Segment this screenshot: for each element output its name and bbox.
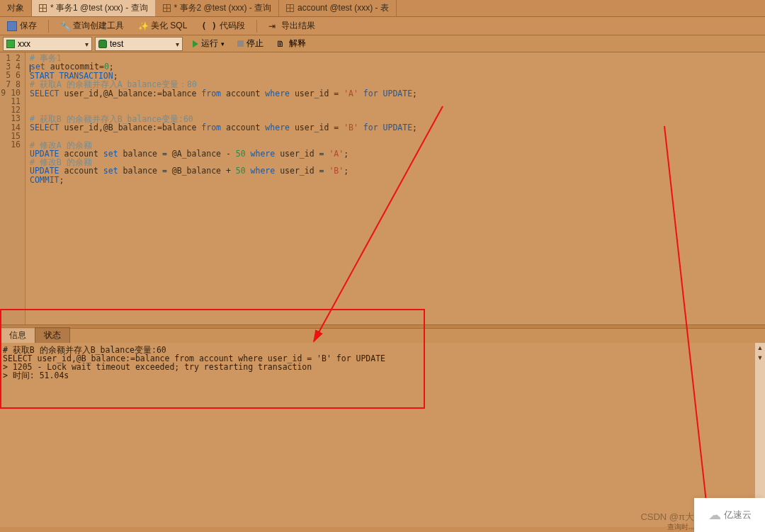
export-label: 导出结果 xyxy=(281,20,315,32)
tab-table-account-label: account @test (xxx) - 表 xyxy=(298,2,389,14)
tab-table-account[interactable]: account @test (xxx) - 表 xyxy=(279,0,397,16)
save-icon xyxy=(7,21,17,31)
separator xyxy=(48,20,49,33)
brand-label: 亿速云 xyxy=(724,509,752,521)
wand-icon xyxy=(138,21,148,31)
explain-button[interactable]: 解释 xyxy=(273,36,309,51)
wrench-icon xyxy=(60,21,70,31)
play-icon xyxy=(193,40,198,47)
export-icon xyxy=(268,21,278,31)
code-area[interactable]: # 事务1set autocommit=0;START TRANSACTION;… xyxy=(26,52,765,324)
run-label: 运行 xyxy=(201,38,218,50)
connection-value: xxx xyxy=(18,39,30,49)
export-result-button[interactable]: 导出结果 xyxy=(266,18,318,33)
query-builder-label: 查询创建工具 xyxy=(73,20,124,32)
tab-objects[interactable]: 对象 xyxy=(0,0,32,16)
code-segment-label: 代码段 xyxy=(220,20,245,32)
tab-query-2-label: * 事务2 @test (xxx) - 查询 xyxy=(174,2,272,14)
connection-row: xxx test 运行 ▾ 停止 解释 xyxy=(0,35,765,52)
line-number-gutter: 1 2 3 4 5 6 7 8 9 10 11 12 13 14 15 16 xyxy=(0,52,26,324)
separator xyxy=(256,20,257,33)
chevron-down-icon xyxy=(85,39,89,49)
stop-label: 停止 xyxy=(246,38,264,50)
tab-status-label: 状态 xyxy=(44,330,61,340)
stop-button[interactable]: 停止 xyxy=(234,36,266,51)
braces-icon: ( ) xyxy=(201,21,217,31)
connection-selector[interactable]: xxx xyxy=(3,37,92,51)
tab-info[interactable]: 信息 xyxy=(0,327,35,343)
run-dropdown-caret[interactable]: ▾ xyxy=(221,40,225,47)
cloud-icon xyxy=(708,507,721,523)
connection-icon xyxy=(6,40,15,48)
query-icon xyxy=(39,4,47,13)
chevron-down-icon xyxy=(176,39,179,49)
database-value: test xyxy=(110,39,123,49)
query-builder-button[interactable]: 查询创建工具 xyxy=(57,18,127,33)
result-tab-bar: 信息 状态 xyxy=(0,329,765,343)
run-button[interactable]: 运行 ▾ xyxy=(190,36,227,51)
beautify-sql-button[interactable]: 美化 SQL xyxy=(135,18,190,33)
explain-icon xyxy=(276,39,286,49)
table-icon xyxy=(286,4,295,13)
scroll-up-icon[interactable]: ▲ xyxy=(755,343,765,353)
message-text[interactable]: # 获取B 的余额并存入B_balance变量:60 SELECT user_i… xyxy=(0,343,765,383)
tab-status[interactable]: 状态 xyxy=(35,327,70,343)
query-icon xyxy=(163,4,171,13)
tab-info-label: 信息 xyxy=(9,330,26,340)
tab-query-1[interactable]: * 事务1 @test (xxx) - 查询 xyxy=(32,0,156,16)
save-button[interactable]: 保存 xyxy=(4,18,40,33)
tab-query-1-label: * 事务1 @test (xxx) - 查询 xyxy=(50,2,148,14)
database-selector[interactable]: test xyxy=(95,37,183,51)
stop-icon xyxy=(237,40,244,47)
beautify-label: 美化 SQL xyxy=(151,20,187,32)
tab-query-2[interactable]: * 事务2 @test (xxx) - 查询 xyxy=(156,0,280,16)
code-segment-button[interactable]: ( ) 代码段 xyxy=(198,18,248,33)
save-label: 保存 xyxy=(20,20,37,32)
brand-watermark: 亿速云 xyxy=(694,498,765,532)
toolbar: 保存 查询创建工具 美化 SQL ( ) 代码段 导出结果 xyxy=(0,17,765,35)
status-bar-text: 查询时... xyxy=(667,522,694,532)
tab-objects-label: 对象 xyxy=(7,2,24,14)
sql-editor[interactable]: 1 2 3 4 5 6 7 8 9 10 11 12 13 14 15 16 #… xyxy=(0,52,765,324)
database-icon xyxy=(98,40,107,48)
message-panel: # 获取B 的余额并存入B_balance变量:60 SELECT user_i… xyxy=(0,343,765,527)
document-tabs: 对象 * 事务1 @test (xxx) - 查询 * 事务2 @test (x… xyxy=(0,0,765,17)
scroll-down-icon[interactable]: ▼ xyxy=(755,353,765,363)
explain-label: 解释 xyxy=(289,38,306,50)
